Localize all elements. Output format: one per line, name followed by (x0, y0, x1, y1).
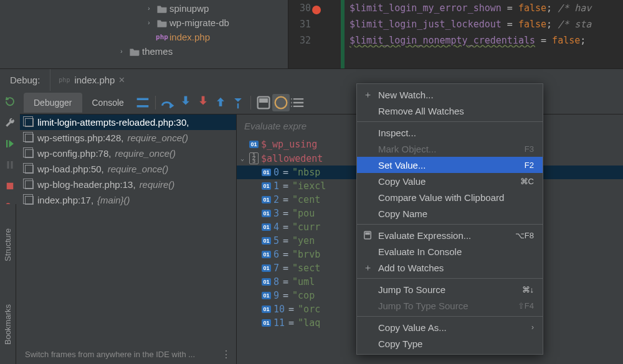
rerun-icon[interactable] (4, 96, 16, 107)
stack-frame-icon (25, 134, 34, 142)
line-number[interactable]: 30 (288, 2, 322, 14)
frame-location: index.php:17, (37, 195, 93, 205)
line-number[interactable]: 32 (288, 35, 322, 46)
show-watches-icon[interactable] (290, 94, 307, 111)
wrench-icon[interactable] (4, 117, 16, 128)
top-strip: ›spinupwp›wp-migrate-dbphpindex.php›them… (0, 0, 623, 68)
menu-item[interactable]: Copy Name (357, 205, 543, 222)
code-editor[interactable]: 30$limit_login_my_error_shown = false; /… (288, 0, 623, 68)
variable-index: 10 (273, 304, 285, 315)
evaluate-expression-icon[interactable] (255, 94, 272, 111)
expand-arrow-icon[interactable]: › (145, 19, 153, 27)
menu-item-label: Jump To Source (378, 284, 445, 295)
context-menu[interactable]: ＋New Watch...Remove All WatchesInspect..… (356, 83, 543, 355)
close-icon[interactable]: ✕ (118, 75, 125, 85)
menu-item-label: Compare Value with Clipboard (378, 192, 504, 203)
resume-icon[interactable] (4, 138, 16, 149)
frame-location: wp-config.php:78, (37, 148, 111, 159)
menu-item[interactable]: Set Value...F2 (357, 157, 543, 173)
frame-function: require() (140, 179, 175, 190)
expand-arrow-icon[interactable]: › (145, 4, 153, 13)
menu-item[interactable]: Inspect... (357, 124, 543, 141)
separator (155, 96, 156, 110)
threads-icon[interactable] (134, 94, 151, 111)
tool-rail-structure[interactable]: Structure (0, 204, 16, 285)
step-into-icon[interactable] (177, 94, 194, 111)
tree-item[interactable]: ›wp-migrate-db (0, 16, 288, 30)
code-line[interactable]: 32$limit_login_nonempty_credentials = fa… (288, 32, 623, 49)
stack-frame-icon (25, 180, 34, 189)
tool-rail-bookmarks[interactable]: Bookmarks (0, 285, 16, 364)
stack-frame[interactable]: wp-config.php:78, require_once() (20, 146, 236, 161)
menu-shortcut: F2 (525, 161, 534, 170)
code-line[interactable]: 30$limit_login_my_error_shown = false; /… (288, 0, 623, 16)
stack-frame[interactable]: index.php:17, {main}() (20, 192, 236, 208)
menu-item-label: Copy Value As... (378, 322, 447, 333)
frame-location: limit-login-attempts-reloaded.php:30, (37, 117, 189, 128)
menu-separator (357, 224, 543, 225)
frame-function: {main}() (97, 195, 130, 205)
variable-value: "uml (292, 276, 315, 287)
menu-item-label: Remove All Watches (378, 106, 464, 116)
tab-debugger[interactable]: Debugger (24, 93, 82, 113)
menu-item[interactable]: Jump To Source⌘↓ (357, 281, 543, 297)
step-over-icon[interactable] (159, 94, 177, 111)
folder-icon (127, 47, 142, 56)
stop-icon[interactable] (4, 180, 16, 192)
menu-item-label: Copy Type (378, 338, 422, 349)
project-tree[interactable]: ›spinupwp›wp-migrate-dbphpindex.php›them… (0, 0, 288, 68)
tree-item-label: wp-migrate-db (169, 17, 229, 28)
tab-console[interactable]: Console (82, 93, 134, 113)
variable-value: "iexcl (292, 180, 326, 192)
menu-item-label: Evaluate Expression... (378, 230, 471, 241)
stack-frame[interactable]: wp-blog-header.php:13, require() (20, 177, 236, 192)
menu-item[interactable]: Evaluate Expression...⌥F8 (357, 227, 543, 243)
debug-tab[interactable]: php index.php ✕ (50, 69, 133, 91)
code-text: $limit_login_just_lockedout = false; /* … (343, 19, 591, 30)
menu-item: Jump To Type Source⇧F4 (357, 297, 543, 314)
pause-icon[interactable] (4, 159, 16, 170)
variable-index: 0 (273, 167, 279, 178)
svg-rect-1 (7, 161, 9, 169)
tree-item[interactable]: ›spinupwp (0, 1, 288, 16)
stack-frame[interactable]: limit-login-attempts-reloaded.php:30, (20, 114, 236, 130)
stack-frame[interactable]: wp-load.php:50, require_once() (20, 161, 236, 177)
menu-item[interactable]: Copy Value⌘C (357, 173, 543, 189)
svg-rect-11 (260, 99, 267, 102)
debug-label: Debug: (0, 75, 50, 85)
line-number[interactable]: 31 (288, 19, 322, 30)
run-to-cursor-icon[interactable] (229, 94, 247, 111)
menu-shortcut: F3 (525, 144, 534, 154)
stack-frame[interactable]: wp-settings.php:428, require_once() (20, 130, 236, 146)
frames-panel[interactable]: limit-login-attempts-reloaded.php:30,wp-… (20, 114, 237, 364)
svg-rect-0 (6, 140, 7, 147)
menu-item[interactable]: Compare Value with Clipboard (357, 189, 543, 205)
menu-item[interactable]: Copy Value As...› (357, 319, 543, 335)
value-badge-icon: 01 (262, 223, 271, 231)
stack-frame-icon (25, 149, 34, 158)
tree-item[interactable]: phpindex.php (0, 30, 288, 44)
menu-item[interactable]: Evaluate In Console (357, 243, 543, 259)
expand-twisty-icon[interactable]: ⌄ (238, 155, 247, 162)
menu-item[interactable]: Remove All Watches (357, 103, 543, 119)
variable-index: 5 (273, 235, 279, 246)
menu-item[interactable]: Copy Type (357, 335, 543, 352)
force-step-into-icon[interactable] (194, 94, 212, 111)
menu-item-label: Set Value... (378, 160, 426, 170)
trace-current-icon[interactable] (272, 94, 290, 111)
menu-item[interactable]: ＋Add to Watches (357, 259, 543, 276)
expand-arrow-icon[interactable] (145, 33, 153, 42)
step-out-icon[interactable] (212, 94, 229, 111)
variable-value: "orc (298, 304, 320, 315)
variable-index: 6 (273, 249, 279, 260)
breakpoint-icon[interactable] (312, 6, 321, 14)
more-icon[interactable]: ⋮ (221, 348, 231, 360)
code-line[interactable]: 31$limit_login_just_lockedout = false; /… (288, 16, 623, 32)
variable-value: "yen (292, 235, 315, 246)
expand-arrow-icon[interactable]: › (117, 47, 126, 56)
value-badge-icon: 01 (262, 292, 271, 299)
tree-item-label: spinupwp (169, 3, 209, 14)
variable-index: 9 (273, 290, 279, 301)
tree-item[interactable]: ›themes (0, 44, 288, 58)
menu-item[interactable]: ＋New Watch... (357, 86, 543, 103)
